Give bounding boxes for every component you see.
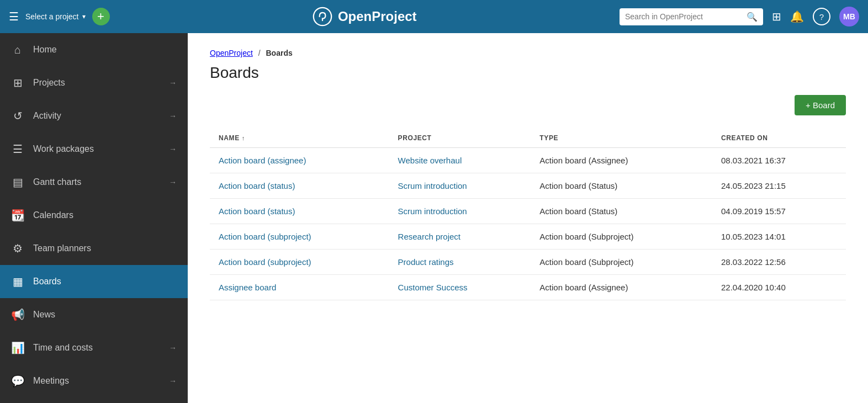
gantt-charts-icon: ▤ <box>11 176 24 189</box>
row-4-name-link[interactable]: Action board (subproject) <box>219 257 311 267</box>
hamburger-menu-icon[interactable]: ☰ <box>9 10 19 23</box>
row-5-created-on: 22.04.2020 10:40 <box>712 275 846 300</box>
sidebar-item-label-boards: Boards <box>33 277 177 287</box>
row-1-project-link[interactable]: Scrum introduction <box>398 181 467 190</box>
avatar[interactable]: MB <box>839 7 859 26</box>
row-5-name-link[interactable]: Assignee board <box>219 283 276 292</box>
sidebar-item-activity[interactable]: ↺Activity→ <box>0 99 188 132</box>
column-header-name[interactable]: NAME↑ <box>210 129 389 148</box>
team-planners-icon: ⚙ <box>11 242 24 255</box>
row-1-type: Action board (Status) <box>531 173 712 199</box>
row-3-type: Action board (Subproject) <box>531 224 712 250</box>
row-1-created-on: 24.05.2023 21:15 <box>712 173 846 199</box>
search-input[interactable] <box>625 12 742 21</box>
row-2-project-link[interactable]: Scrum introduction <box>398 206 467 216</box>
search-icon: 🔍 <box>747 12 758 22</box>
sidebar-item-time-and-costs[interactable]: 📊Time and costs→ <box>0 331 188 364</box>
select-project-label: Select a project <box>25 12 79 21</box>
row-4-type: Action board (Subproject) <box>531 250 712 275</box>
table-row: Assignee boardCustomer SuccessAction boa… <box>210 275 846 300</box>
sidebar-item-label-time-and-costs: Time and costs <box>33 343 160 353</box>
sidebar-item-meetings[interactable]: 💬Meetings→ <box>0 364 188 397</box>
table-header: NAME↑PROJECTTYPECREATED ON <box>210 129 846 148</box>
openproject-logo-icon <box>313 7 332 26</box>
sidebar-item-home[interactable]: ⌂Home <box>0 33 188 66</box>
time-and-costs-icon: 📊 <box>11 341 24 354</box>
table-body: Action board (assignee)Website overhaulA… <box>210 148 846 300</box>
sidebar-item-calendars[interactable]: 📆Calendars <box>0 199 188 232</box>
sidebar-item-label-activity: Activity <box>33 111 160 121</box>
gantt-charts-arrow-icon: → <box>169 178 177 187</box>
select-project-dropdown[interactable]: Select a project ▾ <box>25 12 86 21</box>
new-project-button[interactable]: + <box>92 8 110 25</box>
sidebar-item-gantt-charts[interactable]: ▤Gantt charts→ <box>0 166 188 199</box>
sidebar-item-projects[interactable]: ⊞Projects→ <box>0 66 188 99</box>
breadcrumb-current: Boards <box>266 49 293 57</box>
calendars-icon: 📆 <box>11 209 24 222</box>
row-4-project-link[interactable]: Product ratings <box>398 257 454 267</box>
row-0-name: Action board (assignee) <box>210 148 389 173</box>
breadcrumb-parent[interactable]: OpenProject <box>210 49 253 57</box>
bell-icon[interactable]: 🔔 <box>790 10 804 23</box>
projects-arrow-icon: → <box>169 78 177 87</box>
row-4-name: Action board (subproject) <box>210 250 389 275</box>
sidebar-item-label-meetings: Meetings <box>33 376 160 386</box>
row-0-project-link[interactable]: Website overhaul <box>398 156 462 165</box>
sidebar-item-boards[interactable]: ▦Boards <box>0 265 188 298</box>
search-box[interactable]: 🔍 <box>620 8 763 25</box>
row-0-project: Website overhaul <box>389 148 531 173</box>
row-5-type: Action board (Assignee) <box>531 275 712 300</box>
row-0-created-on: 08.03.2021 16:37 <box>712 148 846 173</box>
meetings-arrow-icon: → <box>169 377 177 385</box>
sidebar-item-label-calendars: Calendars <box>33 210 177 220</box>
page-title: Boards <box>210 64 846 82</box>
sidebar-item-work-packages[interactable]: ☰Work packages→ <box>0 132 188 166</box>
sidebar-item-label-work-packages: Work packages <box>33 144 160 154</box>
sidebar-item-label-home: Home <box>33 45 177 55</box>
meetings-icon: 💬 <box>11 374 24 388</box>
time-and-costs-arrow-icon: → <box>169 343 177 352</box>
boards-table: NAME↑PROJECTTYPECREATED ON Action board … <box>210 129 846 300</box>
row-3-name: Action board (subproject) <box>210 224 389 250</box>
sidebar-item-label-news: News <box>33 310 177 320</box>
column-header-project: PROJECT <box>389 129 531 148</box>
top-navigation: ☰ Select a project ▾ + OpenProject 🔍 ⊞ 🔔… <box>0 0 868 33</box>
table-row: Action board (subproject)Research projec… <box>210 224 846 250</box>
row-2-name-link[interactable]: Action board (status) <box>219 206 295 216</box>
row-5-name: Assignee board <box>210 275 389 300</box>
row-1-name-link[interactable]: Action board (status) <box>219 181 295 190</box>
row-4-project: Product ratings <box>389 250 531 275</box>
row-5-project-link[interactable]: Customer Success <box>398 283 468 292</box>
row-2-project: Scrum introduction <box>389 199 531 224</box>
boards-icon: ▦ <box>11 275 24 288</box>
row-2-type: Action board (Status) <box>531 199 712 224</box>
news-icon: 📢 <box>11 308 24 321</box>
row-0-name-link[interactable]: Action board (assignee) <box>219 156 306 165</box>
sidebar-item-team-planners[interactable]: ⚙Team planners <box>0 232 188 265</box>
table-row: Action board (assignee)Website overhaulA… <box>210 148 846 173</box>
content-toolbar: + Board <box>210 95 846 115</box>
help-icon[interactable]: ? <box>813 8 830 25</box>
home-icon: ⌂ <box>11 44 24 56</box>
row-1-name: Action board (status) <box>210 173 389 199</box>
main-content: OpenProject / Boards Boards + Board NAME… <box>188 33 868 403</box>
sidebar-item-news[interactable]: 📢News <box>0 298 188 331</box>
breadcrumb-separator: / <box>258 49 261 57</box>
grid-icon[interactable]: ⊞ <box>772 10 781 23</box>
chevron-down-icon: ▾ <box>82 13 86 20</box>
activity-icon: ↺ <box>11 109 24 123</box>
sort-icon-name: ↑ <box>242 135 245 141</box>
row-3-project-link[interactable]: Research project <box>398 232 461 241</box>
projects-icon: ⊞ <box>11 76 24 89</box>
row-5-project: Customer Success <box>389 275 531 300</box>
svg-point-0 <box>314 8 331 25</box>
row-4-created-on: 28.03.2022 12:56 <box>712 250 846 275</box>
table-row: Action board (subproject)Product ratings… <box>210 250 846 275</box>
row-3-name-link[interactable]: Action board (subproject) <box>219 232 311 241</box>
row-2-created-on: 04.09.2019 15:57 <box>712 199 846 224</box>
sidebar-item-label-projects: Projects <box>33 78 160 88</box>
table-row: Action board (status)Scrum introductionA… <box>210 173 846 199</box>
add-board-button[interactable]: + Board <box>795 95 846 115</box>
column-header-created_on: CREATED ON <box>712 129 846 148</box>
breadcrumb: OpenProject / Boards <box>210 49 846 57</box>
